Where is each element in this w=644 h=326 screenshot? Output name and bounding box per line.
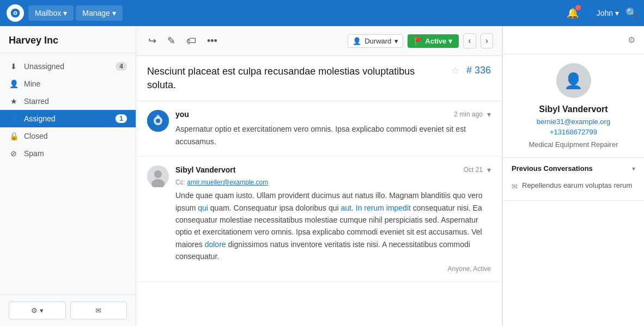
top-nav: Mailbox ▾ Manage ▾ 🔔 👤 John ▾ 🔍: [0, 0, 644, 26]
sidebar-item-unassigned-badge: 4: [116, 62, 127, 71]
message-dropdown-icon[interactable]: ▾: [487, 165, 491, 174]
gear-icon: ⚙: [31, 306, 38, 315]
svg-point-8: [154, 170, 162, 178]
conversation-title-bar: Nesciunt placeat est culpa recusandae mo…: [136, 56, 502, 101]
prev-conv-title: Previous Conversations: [512, 164, 593, 173]
sidebar-item-unassigned[interactable]: ⬇Unassigned4: [0, 58, 136, 75]
contact-name: Sibyl Vandervort: [512, 104, 635, 114]
previous-conversations: Previous Conversations ▾ ✉Repellendus ea…: [503, 158, 644, 201]
user-label: John: [597, 9, 613, 17]
sidebar-item-assigned-badge: 1: [116, 114, 127, 123]
message-time: 2 min ago: [454, 110, 483, 118]
assignee-dropdown[interactable]: 👤 Durward ▾: [348, 34, 403, 48]
user-chevron-icon: ▾: [615, 9, 619, 17]
message-time: Oct 21: [464, 166, 483, 174]
right-panel-header: ⚙: [503, 26, 644, 54]
notification-badge: [575, 5, 581, 10]
sidebar-footer: ⚙ ▾ ✉: [0, 294, 136, 326]
avatar-icon: 👤: [564, 72, 583, 90]
sidebar-item-starred-label: Starred: [24, 97, 127, 106]
message-meta: Anyone, Active: [175, 265, 491, 273]
manage-label: Manage: [82, 9, 110, 17]
sidebar-item-spam-label: Spam: [24, 149, 127, 158]
message-text: Unde quae quam iusto. Ullam provident du…: [175, 189, 491, 262]
contact-settings-btn[interactable]: ⚙: [628, 35, 635, 45]
sidebar-nav: ⬇Unassigned4👤Mine★Starred👤Assigned1🔒Clos…: [0, 53, 136, 294]
assignee-chevron-icon: ▾: [394, 37, 398, 45]
spam-icon: ⊘: [9, 149, 19, 158]
notifications-btn[interactable]: 🔔: [567, 7, 579, 19]
conversation-number: # 336: [466, 65, 491, 76]
message-dropdown-icon[interactable]: ▾: [487, 110, 491, 119]
label-btn[interactable]: 🏷: [183, 33, 199, 49]
contact-role: Medical Equipment Repairer: [512, 140, 635, 149]
prev-conv-item-label: Repellendus earum voluptas rerum: [522, 181, 632, 189]
message-avatar: [147, 165, 169, 187]
prev-conv-item-icon: ✉: [512, 182, 518, 190]
compose-btn[interactable]: ✉: [70, 302, 127, 319]
sidebar-item-starred[interactable]: ★Starred: [0, 93, 136, 110]
mine-icon: 👤: [9, 79, 19, 88]
edit-btn[interactable]: ✎: [164, 33, 179, 49]
sidebar-item-mine[interactable]: 👤Mine: [0, 75, 136, 93]
contact-avatar: 👤: [556, 63, 591, 98]
right-panel: ⚙ 👤 Sibyl Vandervort bernie31@example.or…: [502, 26, 644, 326]
more-btn[interactable]: •••: [204, 33, 221, 49]
search-btn[interactable]: 🔍: [625, 7, 637, 19]
message-header: you2 min ago ▾: [175, 110, 491, 119]
settings-btn[interactable]: ⚙ ▾: [9, 302, 66, 319]
message-header: Sibyl VandervortOct 21 ▾: [175, 165, 491, 174]
unassigned-icon: ⬇: [9, 62, 19, 71]
closed-icon: 🔒: [9, 132, 19, 140]
svg-point-6: [156, 115, 160, 118]
message-body: Sibyl VandervortOct 21 ▾Cc: amir.mueller…: [175, 165, 491, 272]
message-item: you2 min ago ▾Aspernatur optio et exerci…: [136, 101, 502, 157]
sidebar-item-spam[interactable]: ⊘Spam: [0, 145, 136, 162]
status-label: Active: [425, 37, 446, 45]
contact-phone[interactable]: +13168672799: [512, 128, 635, 136]
mailbox-nav-btn[interactable]: Mailbox ▾: [28, 5, 74, 21]
star-icon[interactable]: ☆: [451, 65, 460, 77]
message-body: you2 min ago ▾Aspernatur optio et exerci…: [175, 110, 491, 147]
sidebar-item-unassigned-label: Unassigned: [24, 62, 110, 71]
message-item: Sibyl VandervortOct 21 ▾Cc: amir.mueller…: [136, 157, 502, 281]
starred-icon: ★: [9, 97, 19, 106]
conversation-title: Nesciunt placeat est culpa recusandae mo…: [147, 65, 445, 92]
cc-email[interactable]: amir.mueller@example.com: [187, 179, 268, 186]
manage-nav-btn[interactable]: Manage ▾: [76, 5, 123, 21]
assigned-icon: 👤: [9, 114, 19, 123]
sidebar-item-closed-label: Closed: [24, 132, 127, 140]
next-conversation-btn[interactable]: ›: [481, 33, 493, 48]
prev-conv-item[interactable]: ✉Repellendus earum voluptas rerum: [512, 178, 635, 194]
assignee-label: Durward: [364, 37, 391, 45]
user-menu[interactable]: 👤 John ▾: [585, 9, 619, 17]
message-sender: you: [175, 110, 189, 119]
prev-conversation-btn[interactable]: ‹: [463, 33, 476, 48]
message-sender: Sibyl Vandervort: [175, 165, 235, 174]
contact-info: 👤 Sibyl Vandervort bernie31@example.org …: [503, 54, 644, 158]
mailbox-chevron-icon: ▾: [63, 9, 67, 17]
forward-btn[interactable]: ↪: [145, 33, 160, 49]
compose-icon: ✉: [95, 306, 101, 315]
message-cc: Cc: amir.mueller@example.com: [175, 179, 491, 186]
app-logo: [7, 4, 24, 22]
sidebar-company-name: Harvey Inc: [0, 26, 136, 53]
app-layout: Harvey Inc ⬇Unassigned4👤Mine★Starred👤Ass…: [0, 26, 644, 326]
message-avatar: [147, 110, 169, 132]
prev-conv-toggle-icon[interactable]: ▾: [632, 165, 635, 173]
sidebar-item-closed[interactable]: 🔒Closed: [0, 127, 136, 145]
prev-conv-header: Previous Conversations ▾: [512, 164, 635, 173]
status-btn[interactable]: 🚩 Active ▾: [408, 34, 459, 48]
flag-icon: 🚩: [414, 37, 423, 45]
main-content: ↪ ✎ 🏷 ••• 👤 Durward ▾ 🚩 Active ▾ ‹ › Nes…: [136, 26, 502, 326]
user-icon: 👤: [585, 9, 594, 17]
mailbox-label: Mailbox: [35, 9, 61, 17]
sidebar-item-assigned-label: Assigned: [24, 114, 110, 123]
sidebar-item-mine-label: Mine: [24, 79, 127, 88]
sidebar: Harvey Inc ⬇Unassigned4👤Mine★Starred👤Ass…: [0, 26, 136, 326]
assignee-person-icon: 👤: [353, 37, 361, 45]
contact-email[interactable]: bernie31@example.org: [512, 118, 635, 126]
conversation-toolbar: ↪ ✎ 🏷 ••• 👤 Durward ▾ 🚩 Active ▾ ‹ ›: [136, 26, 502, 56]
top-nav-right: 🔔 👤 John ▾ 🔍: [567, 7, 637, 19]
sidebar-item-assigned[interactable]: 👤Assigned1: [0, 110, 136, 127]
